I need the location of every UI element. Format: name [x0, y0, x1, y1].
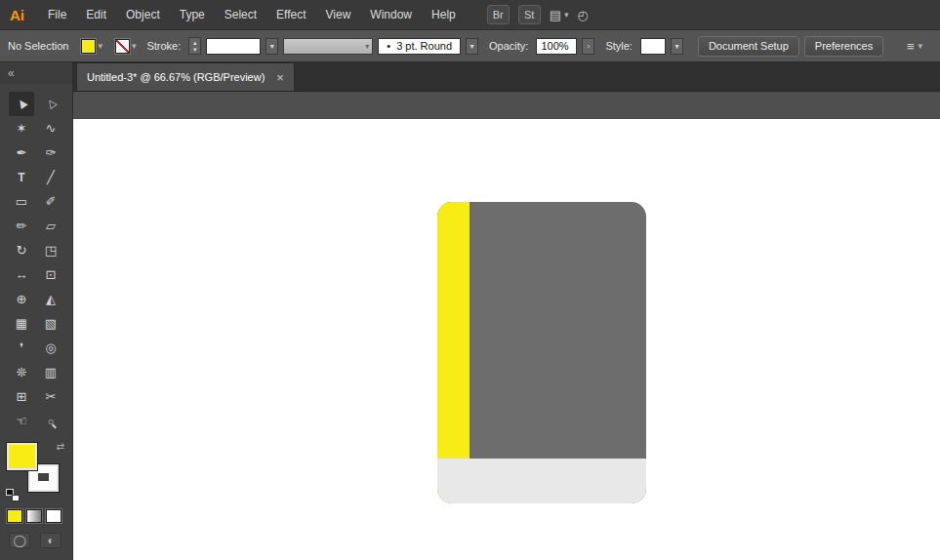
style-label: Style: — [605, 40, 633, 52]
width-tool[interactable]: ↔ — [9, 262, 34, 287]
brush-definition-dropdown[interactable]: ▾ — [466, 38, 478, 55]
menu-help[interactable]: Help — [422, 8, 466, 21]
style-swatch[interactable] — [640, 38, 666, 55]
gradient-tool[interactable]: ▧ — [38, 311, 63, 336]
chevron-down-icon: ▾ — [98, 41, 102, 51]
drawing-mode-button[interactable]: ◯ — [9, 533, 30, 548]
eyedropper-tool[interactable]: ❜ — [9, 336, 34, 360]
chevron-down-icon: ▾ — [918, 41, 922, 51]
symbol-sprayer-tool-icon: ❊ — [17, 365, 27, 380]
stroke-color-swatch[interactable] — [115, 39, 130, 54]
curvature-tool-icon: ✑ — [46, 145, 57, 160]
perspective-grid-tool[interactable]: ◭ — [38, 287, 63, 311]
fill-color-swatch[interactable] — [81, 39, 96, 54]
document-tab[interactable]: Untitled-3* @ 66.67% (RGB/Preview) × — [76, 62, 295, 91]
screen-mode-button[interactable]: ◐ — [40, 533, 61, 548]
opacity-label: Opacity: — [489, 40, 528, 52]
magic-wand-tool[interactable]: ✶ — [9, 116, 34, 140]
curvature-tool[interactable]: ✑ — [38, 140, 63, 165]
blend-tool-icon: ◎ — [45, 340, 56, 355]
rectangle-tool[interactable]: ▭ — [9, 189, 34, 214]
brush-definition-combo[interactable]: • 3 pt. Round — [378, 38, 461, 55]
drawing-mode-icon: ◯ — [13, 534, 25, 547]
document-setup-button[interactable]: Document Setup — [698, 36, 799, 57]
stroke-weight-stepper[interactable]: ▴ ▾ — [188, 37, 201, 55]
gpu-performance-button[interactable]: ◴ — [578, 8, 589, 22]
gradient-button[interactable] — [26, 509, 42, 523]
lasso-tool[interactable]: ∿ — [38, 116, 63, 140]
opacity-input[interactable] — [536, 38, 577, 55]
collapse-panel-icon[interactable]: « — [8, 66, 15, 80]
artboard-tool-icon: ⊞ — [17, 389, 27, 404]
fill-stroke-control: ⇄ — [6, 441, 66, 501]
hand-tool[interactable]: ☜ — [9, 409, 34, 433]
eraser-tool-icon: ▱ — [46, 219, 56, 233]
rectangle-tool-icon: ▭ — [16, 194, 27, 209]
opacity-dropdown[interactable]: › — [582, 38, 594, 55]
stroke-weight-dropdown[interactable]: ▾ — [266, 38, 278, 55]
chevron-down-icon: ▾ — [564, 10, 569, 20]
column-graph-tool[interactable]: ▥ — [38, 360, 63, 384]
menu-effect[interactable]: Effect — [266, 8, 315, 21]
column-graph-tool-icon: ▥ — [45, 365, 57, 380]
artboard[interactable] — [73, 119, 940, 560]
stroke-swatch-hole — [38, 473, 49, 481]
menu-select[interactable]: Select — [215, 8, 266, 21]
default-stroke-square — [12, 495, 20, 501]
control-bar-menu-button[interactable]: ≡ ▾ — [907, 39, 922, 54]
menu-file[interactable]: File — [38, 8, 76, 21]
artboard-tool[interactable]: ⊞ — [9, 384, 34, 409]
color-button[interactable] — [7, 509, 22, 523]
rotate-tool[interactable]: ↻ — [9, 238, 34, 262]
menu-window[interactable]: Window — [360, 8, 422, 21]
fill-proxy-swatch[interactable] — [7, 443, 37, 470]
menu-type[interactable]: Type — [170, 8, 215, 21]
pencil-tool[interactable]: ✏ — [9, 214, 34, 238]
direct-selection-tool-icon: ▷ — [43, 97, 59, 110]
paintbrush-tool[interactable]: ✐ — [38, 189, 63, 214]
default-fill-stroke-icon[interactable] — [6, 489, 20, 501]
preferences-button[interactable]: Preferences — [804, 36, 883, 57]
fill-color-combo[interactable]: ▾ — [81, 39, 102, 54]
scale-tool[interactable]: ◳ — [38, 238, 63, 262]
shape-builder-tool[interactable]: ⊕ — [9, 287, 34, 311]
chevron-down-icon: ▾ — [674, 42, 678, 51]
stroke-weight-input[interactable] — [206, 38, 261, 55]
app-bar-buttons: Br St ▤ ▾ ◴ — [487, 5, 589, 24]
pencil-tool-icon: ✏ — [17, 219, 27, 233]
mesh-tool[interactable]: ▦ — [9, 311, 34, 336]
panel-collapse-strip: « — [0, 62, 72, 84]
document-tab-title: Untitled-3* @ 66.67% (RGB/Preview) — [87, 71, 265, 83]
pasteboard-strip — [73, 92, 940, 119]
stock-button[interactable]: St — [518, 5, 541, 24]
menu-object[interactable]: Object — [116, 8, 170, 21]
symbol-sprayer-tool[interactable]: ❊ — [9, 360, 34, 384]
variable-width-profile-dropdown[interactable]: ▾ — [283, 38, 373, 55]
book-illustration[interactable] — [437, 202, 646, 503]
none-button[interactable] — [46, 509, 61, 523]
pen-tool-icon: ✒ — [17, 145, 27, 160]
tab-close-icon[interactable]: × — [276, 70, 284, 85]
selection-tool[interactable]: ▶ — [9, 92, 34, 116]
menu-bar: Ai File Edit Object Type Select Effect V… — [0, 0, 940, 29]
type-tool[interactable]: T — [9, 165, 34, 189]
eraser-tool[interactable]: ▱ — [38, 214, 63, 238]
blend-tool[interactable]: ◎ — [38, 336, 63, 360]
eyedropper-tool-icon: ❜ — [20, 340, 23, 355]
menu-lines-icon: ≡ — [907, 39, 915, 54]
menu-edit[interactable]: Edit — [76, 8, 116, 21]
line-segment-tool[interactable]: ╱ — [38, 165, 63, 189]
free-transform-tool[interactable]: ⊡ — [38, 262, 63, 287]
pen-tool[interactable]: ✒ — [9, 140, 34, 165]
swap-fill-stroke-icon[interactable]: ⇄ — [57, 441, 64, 452]
zoom-tool[interactable]: ○ — [38, 409, 63, 433]
slice-tool[interactable]: ✂ — [38, 384, 63, 409]
bridge-button[interactable]: Br — [487, 5, 510, 24]
direct-selection-tool[interactable]: ▷ — [38, 92, 63, 116]
arrange-documents-button[interactable]: ▤ ▾ — [550, 8, 569, 22]
menu-view[interactable]: View — [316, 8, 361, 21]
stepper-up-icon: ▴ — [193, 39, 197, 46]
paintbrush-tool-icon: ✐ — [46, 194, 57, 209]
stroke-color-combo[interactable]: ▾ — [115, 39, 137, 54]
style-dropdown[interactable]: ▾ — [671, 38, 683, 55]
